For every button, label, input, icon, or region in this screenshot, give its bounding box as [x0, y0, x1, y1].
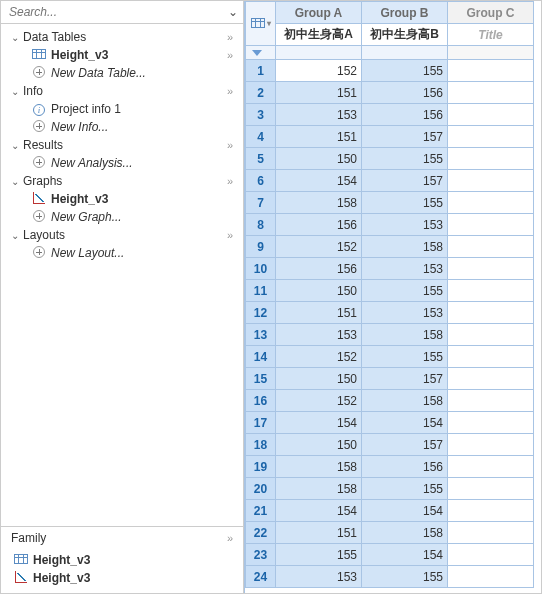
cell-a[interactable]: 154 — [276, 500, 362, 522]
row-header[interactable]: 1 — [246, 60, 276, 82]
row-header[interactable]: 23 — [246, 544, 276, 566]
table-row[interactable]: 5150155 — [246, 148, 534, 170]
cell-a[interactable]: 150 — [276, 148, 362, 170]
table-row[interactable]: 12151153 — [246, 302, 534, 324]
cell-a[interactable]: 152 — [276, 390, 362, 412]
table-row[interactable]: 13153158 — [246, 324, 534, 346]
search-box[interactable]: ⌄ — [1, 1, 243, 24]
cell-b[interactable]: 154 — [362, 544, 448, 566]
cell-c[interactable] — [448, 236, 534, 258]
cell-b[interactable]: 153 — [362, 214, 448, 236]
table-row[interactable]: 24153155 — [246, 566, 534, 588]
table-row[interactable]: 11150155 — [246, 280, 534, 302]
row-header[interactable]: 16 — [246, 390, 276, 412]
cell-c[interactable] — [448, 456, 534, 478]
family-item[interactable]: Height_v3 — [1, 569, 243, 587]
cell-b[interactable]: 158 — [362, 390, 448, 412]
cell-b[interactable]: 158 — [362, 324, 448, 346]
cell-c[interactable] — [448, 324, 534, 346]
sort-corner[interactable] — [246, 46, 276, 60]
cell-c[interactable] — [448, 192, 534, 214]
cell-c[interactable] — [448, 434, 534, 456]
cell-a[interactable]: 153 — [276, 324, 362, 346]
cell-c[interactable] — [448, 522, 534, 544]
cell-b[interactable]: 155 — [362, 566, 448, 588]
nav-item-info[interactable]: i Project info 1 — [1, 100, 243, 118]
col-subheader-a[interactable]: 初中生身高A — [276, 24, 362, 46]
table-row[interactable]: 1152155 — [246, 60, 534, 82]
nav-item-new-graph[interactable]: New Graph... — [1, 208, 243, 226]
cell-c[interactable] — [448, 60, 534, 82]
cell-a[interactable]: 150 — [276, 280, 362, 302]
chevron-right-icon[interactable]: » — [227, 532, 239, 544]
section-graphs[interactable]: ⌄ Graphs » — [1, 172, 243, 190]
col-header-c[interactable]: Group C — [448, 2, 534, 24]
cell-b[interactable]: 155 — [362, 60, 448, 82]
cell-a[interactable]: 156 — [276, 258, 362, 280]
family-header[interactable]: Family » — [1, 526, 243, 549]
cell-a[interactable]: 152 — [276, 60, 362, 82]
col-subheader-b[interactable]: 初中生身高B — [362, 24, 448, 46]
cell-c[interactable] — [448, 126, 534, 148]
cell-c[interactable] — [448, 478, 534, 500]
table-row[interactable]: 3153156 — [246, 104, 534, 126]
grid-corner[interactable]: ▾ — [246, 2, 276, 46]
row-header[interactable]: 17 — [246, 412, 276, 434]
row-header[interactable]: 6 — [246, 170, 276, 192]
row-header[interactable]: 21 — [246, 500, 276, 522]
cell-a[interactable]: 158 — [276, 192, 362, 214]
cell-b[interactable]: 157 — [362, 126, 448, 148]
row-header[interactable]: 8 — [246, 214, 276, 236]
cell-b[interactable]: 155 — [362, 280, 448, 302]
cell-b[interactable]: 156 — [362, 82, 448, 104]
cell-b[interactable]: 158 — [362, 522, 448, 544]
cell-b[interactable]: 154 — [362, 412, 448, 434]
chevron-right-icon[interactable]: » — [227, 139, 239, 151]
row-header[interactable]: 18 — [246, 434, 276, 456]
cell-b[interactable]: 158 — [362, 236, 448, 258]
row-header[interactable]: 12 — [246, 302, 276, 324]
cell-c[interactable] — [448, 148, 534, 170]
nav-item-new-analysis[interactable]: New Analysis... — [1, 154, 243, 172]
cell-a[interactable]: 150 — [276, 434, 362, 456]
cell-a[interactable]: 153 — [276, 566, 362, 588]
row-header[interactable]: 2 — [246, 82, 276, 104]
cell-b[interactable]: 153 — [362, 258, 448, 280]
nav-item-new-info[interactable]: New Info... — [1, 118, 243, 136]
cell-a[interactable]: 158 — [276, 478, 362, 500]
cell-a[interactable]: 154 — [276, 170, 362, 192]
row-header[interactable]: 11 — [246, 280, 276, 302]
section-data-tables[interactable]: ⌄ Data Tables » — [1, 28, 243, 46]
table-row[interactable]: 14152155 — [246, 346, 534, 368]
cell-c[interactable] — [448, 258, 534, 280]
cell-b[interactable]: 157 — [362, 368, 448, 390]
row-header[interactable]: 20 — [246, 478, 276, 500]
family-item[interactable]: Height_v3 — [1, 551, 243, 569]
table-row[interactable]: 16152158 — [246, 390, 534, 412]
cell-a[interactable]: 150 — [276, 368, 362, 390]
chevron-right-icon[interactable]: » — [227, 85, 239, 97]
cell-c[interactable] — [448, 412, 534, 434]
table-row[interactable]: 7158155 — [246, 192, 534, 214]
row-header[interactable]: 3 — [246, 104, 276, 126]
dropdown-icon[interactable]: ▾ — [267, 19, 271, 28]
cell-b[interactable]: 153 — [362, 302, 448, 324]
cell-c[interactable] — [448, 390, 534, 412]
table-row[interactable]: 9152158 — [246, 236, 534, 258]
table-row[interactable]: 6154157 — [246, 170, 534, 192]
cell-c[interactable] — [448, 500, 534, 522]
cell-a[interactable]: 151 — [276, 82, 362, 104]
col-subheader-c[interactable]: Title — [448, 24, 534, 46]
cell-a[interactable]: 153 — [276, 104, 362, 126]
row-header[interactable]: 9 — [246, 236, 276, 258]
row-header[interactable]: 14 — [246, 346, 276, 368]
table-row[interactable]: 2151156 — [246, 82, 534, 104]
cell-b[interactable]: 155 — [362, 478, 448, 500]
table-row[interactable]: 10156153 — [246, 258, 534, 280]
search-input[interactable] — [3, 3, 225, 21]
nav-item-graph[interactable]: Height_v3 — [1, 190, 243, 208]
cell-b[interactable]: 157 — [362, 434, 448, 456]
col-header-b[interactable]: Group B — [362, 2, 448, 24]
chevron-right-icon[interactable]: » — [227, 49, 239, 61]
col-header-a[interactable]: Group A — [276, 2, 362, 24]
